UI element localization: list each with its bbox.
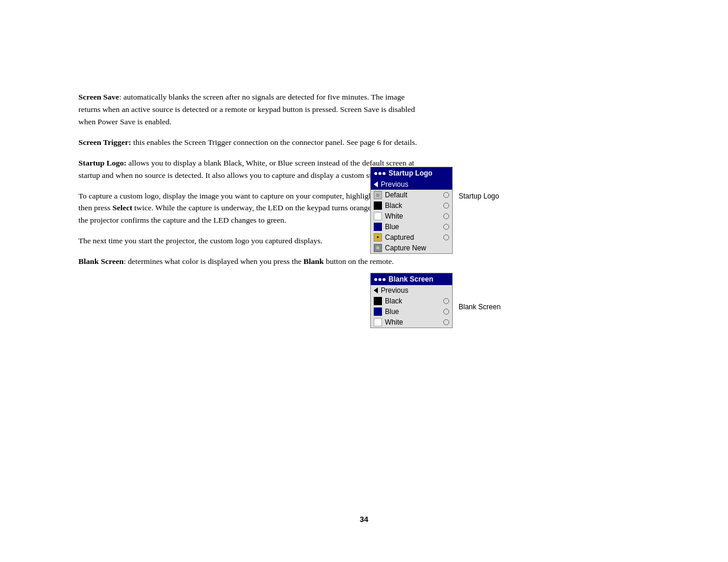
blue-swatch [374, 223, 382, 231]
blank-dot1 [374, 278, 377, 281]
startup-logo-blue[interactable]: Blue [371, 222, 452, 232]
select-term: Select [113, 203, 133, 212]
blank-screen-menu: Blank Screen Previous Black Blue White [370, 273, 453, 328]
startup-logo-previous[interactable]: Previous [371, 179, 452, 190]
screen-trigger-paragraph: Screen Trigger: this enables the Screen … [78, 137, 426, 149]
startup-logo-sidebar-label: Startup Logo [459, 192, 499, 200]
startup-logo-menu: Startup Logo Previous D Default Black Wh… [370, 167, 453, 254]
capture-new-icon: ⊞ [374, 244, 382, 252]
blank-dot2 [378, 278, 381, 281]
blank-screen-term: Blank Screen [78, 257, 124, 266]
startup-logo-title-bar: Startup Logo [371, 167, 452, 179]
blank-screen-title: Blank Screen [388, 275, 433, 283]
default-radio[interactable] [443, 192, 449, 198]
blank-menu-dots [374, 278, 386, 281]
blank-text2: button on the remote. [324, 257, 394, 266]
captured-radio[interactable] [443, 234, 449, 240]
blank-screen-title-bar: Blank Screen [371, 273, 452, 285]
startup-logo-default[interactable]: D Default [371, 190, 452, 200]
blank-blue-swatch [374, 308, 382, 316]
blank-black-swatch [374, 297, 382, 305]
startup-logo-captured[interactable]: ✦ Captured [371, 232, 452, 243]
startup-logo-text: allows you to display a blank Black, Whi… [78, 158, 414, 180]
dot1 [374, 172, 377, 175]
page-number: 34 [360, 515, 368, 524]
startup-logo-captured-label: Captured [385, 233, 440, 242]
startup-logo-title: Startup Logo [388, 169, 433, 177]
blank-blue-radio[interactable] [443, 309, 449, 315]
blank-screen-white-label: White [385, 318, 440, 326]
startup-logo-capture-new[interactable]: ⊞ Capture New [371, 243, 452, 253]
blank-bold: Blank [304, 257, 324, 266]
captured-icon: ✦ [374, 233, 382, 242]
screen-trigger-text: this enables the Screen Trigger connecti… [131, 138, 417, 147]
blank-screen-paragraph: Blank Screen: determines what color is d… [78, 256, 426, 268]
screen-trigger-term: Screen Trigger: [78, 138, 131, 147]
blank-white-radio[interactable] [443, 319, 449, 325]
blank-screen-box: Blank Screen Previous Black Blue White [370, 273, 453, 328]
black-radio[interactable] [443, 203, 449, 209]
startup-logo-white-label: White [385, 212, 440, 220]
white-swatch [374, 212, 382, 220]
startup-logo-term: Startup Logo: [78, 158, 126, 167]
blank-screen-white[interactable]: White [371, 317, 452, 328]
startup-logo-box: Startup Logo Previous D Default Black Wh… [370, 167, 453, 254]
blank-screen-text: : determines what color is displayed whe… [124, 257, 304, 266]
startup-logo-white[interactable]: White [371, 211, 452, 222]
blank-screen-previous[interactable]: Previous [371, 285, 452, 296]
blank-previous-arrow-icon [374, 287, 378, 293]
blank-screen-sidebar-label: Blank Screen [459, 303, 500, 311]
startup-logo-capture-new-label: Capture New [385, 244, 449, 252]
menu-dots [374, 172, 386, 175]
startup-logo-black[interactable]: Black [371, 200, 452, 211]
default-icon: D [374, 191, 382, 199]
blue-radio[interactable] [443, 224, 449, 230]
screen-save-paragraph: Screen Save: automatically blanks the sc… [78, 91, 426, 128]
dot2 [378, 172, 381, 175]
screen-save-text: : automatically blanks the screen after … [78, 92, 415, 126]
blank-dot3 [383, 278, 386, 281]
blank-screen-black[interactable]: Black [371, 296, 452, 306]
blank-white-swatch [374, 318, 382, 326]
blank-screen-blue-label: Blue [385, 308, 440, 316]
startup-logo-black-label: Black [385, 201, 440, 210]
blank-screen-black-label: Black [385, 297, 440, 305]
next-time-text: The next time you start the projector, t… [78, 236, 322, 245]
black-swatch [374, 201, 382, 210]
startup-logo-blue-label: Blue [385, 223, 440, 231]
blank-screen-previous-label: Previous [381, 286, 449, 295]
dot3 [383, 172, 386, 175]
startup-logo-previous-label: Previous [381, 180, 449, 189]
startup-logo-default-label: Default [385, 191, 440, 199]
previous-arrow-icon [374, 181, 378, 187]
white-radio[interactable] [443, 213, 449, 219]
blank-screen-blue[interactable]: Blue [371, 306, 452, 317]
screen-save-term: Screen Save [78, 92, 119, 101]
blank-black-radio[interactable] [443, 298, 449, 304]
